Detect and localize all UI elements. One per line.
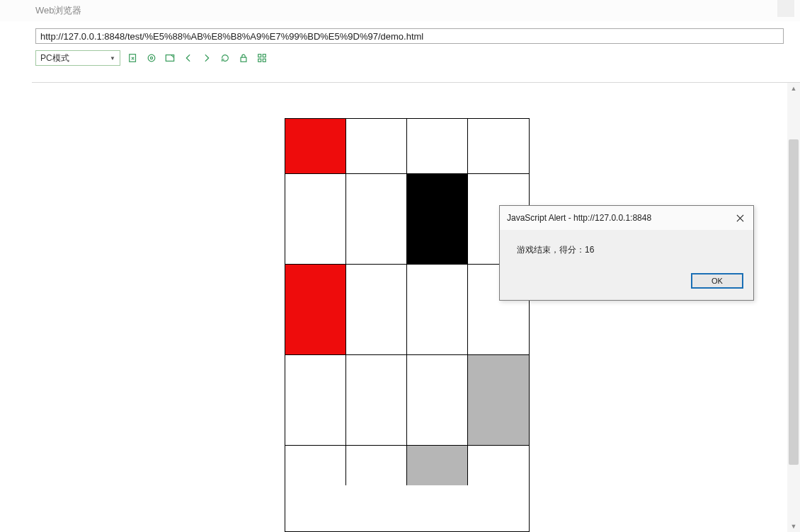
tile-grey[interactable]	[407, 446, 468, 485]
tile-white[interactable]	[407, 355, 468, 446]
mode-select[interactable]: PC模式 ▼	[35, 50, 120, 66]
window-control-placeholder	[777, 0, 794, 17]
board-row	[285, 355, 529, 446]
tile-black[interactable]	[407, 174, 468, 265]
reload-icon[interactable]	[219, 52, 231, 64]
alert-titlebar: JavaScript Alert - http://127.0.0.1:8848	[500, 206, 753, 230]
tile-white[interactable]	[285, 174, 346, 265]
alert-title: JavaScript Alert - http://127.0.0.1:8848	[507, 213, 651, 223]
tile-red[interactable]	[285, 119, 346, 174]
tile-white[interactable]	[346, 355, 407, 446]
svg-rect-5	[258, 54, 261, 57]
tile-white[interactable]	[285, 446, 346, 485]
board-row	[285, 174, 529, 265]
mode-select-label: PC模式	[40, 52, 69, 64]
svg-rect-7	[258, 59, 261, 62]
svg-point-1	[148, 54, 155, 62]
qr-icon[interactable]	[256, 52, 268, 64]
tile-white[interactable]	[468, 119, 529, 174]
svg-point-2	[150, 57, 152, 59]
board-row	[285, 446, 529, 485]
board-row	[285, 265, 529, 355]
url-text: http://127.0.0.1:8848/test/%E5%88%AB%E8%…	[40, 31, 423, 42]
tile-white[interactable]	[285, 355, 346, 446]
svg-rect-3	[166, 55, 173, 62]
export-icon[interactable]	[127, 52, 139, 64]
screenshot-icon[interactable]	[164, 52, 176, 64]
ok-button[interactable]: OK	[691, 273, 743, 289]
content-area: ▲ ▼	[32, 82, 800, 532]
url-input[interactable]: http://127.0.0.1:8848/test/%E5%88%AB%E8%…	[35, 28, 784, 44]
tile-white[interactable]	[407, 265, 468, 355]
tile-white[interactable]	[407, 119, 468, 174]
toolbar: PC模式 ▼	[35, 50, 793, 66]
close-icon[interactable]	[733, 212, 746, 224]
game-board[interactable]	[285, 118, 530, 532]
board-row	[285, 119, 529, 174]
game-viewport	[32, 83, 782, 532]
tile-white[interactable]	[468, 446, 529, 485]
browser-chrome: http://127.0.0.1:8848/test/%E5%88%AB%E8%…	[0, 21, 800, 66]
scroll-down-icon[interactable]: ▼	[787, 521, 800, 532]
chevron-down-icon: ▼	[110, 55, 115, 62]
tile-red[interactable]	[285, 265, 346, 355]
lock-icon[interactable]	[238, 52, 249, 64]
tile-white[interactable]	[346, 119, 407, 174]
alert-message: 游戏结束，得分：16	[500, 230, 753, 263]
tile-white[interactable]	[346, 265, 407, 355]
scroll-thumb[interactable]	[789, 139, 799, 465]
vertical-scrollbar[interactable]: ▲ ▼	[787, 83, 800, 532]
ok-button-label: OK	[712, 277, 723, 285]
alert-footer: OK	[500, 263, 753, 300]
javascript-alert-dialog: JavaScript Alert - http://127.0.0.1:8848…	[499, 205, 754, 301]
back-icon[interactable]	[183, 52, 194, 64]
forward-icon[interactable]	[201, 52, 212, 64]
tile-white[interactable]	[346, 174, 407, 265]
svg-rect-8	[263, 59, 265, 62]
tile-grey[interactable]	[468, 355, 529, 446]
window-title: Web浏览器	[0, 0, 800, 21]
svg-rect-4	[241, 57, 246, 62]
tile-white[interactable]	[346, 446, 407, 485]
settings-icon[interactable]	[146, 52, 157, 64]
svg-rect-6	[263, 54, 265, 57]
scroll-up-icon[interactable]: ▲	[787, 83, 800, 94]
